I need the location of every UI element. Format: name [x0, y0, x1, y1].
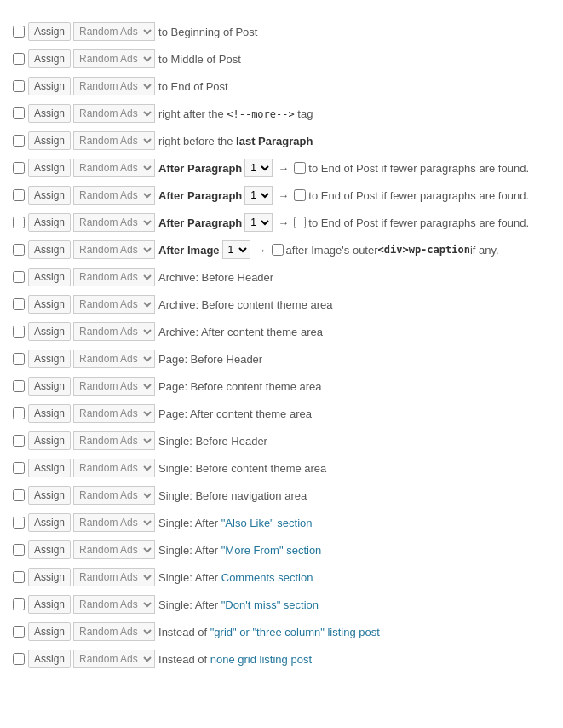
fallback-checkbox[interactable]: [272, 244, 284, 256]
ad-dropdown[interactable]: Random Ads: [73, 513, 155, 532]
ad-dropdown[interactable]: Random Ads: [73, 650, 155, 668]
row-checkbox[interactable]: [13, 244, 25, 256]
arrow-icon: →: [278, 189, 289, 202]
assign-button[interactable]: Assign: [28, 322, 71, 341]
row-checkbox[interactable]: [13, 26, 25, 38]
code-snippet: <!--more-->: [227, 108, 294, 120]
ad-dropdown[interactable]: Random Ads: [73, 49, 155, 68]
assign-button[interactable]: Assign: [28, 595, 71, 614]
ad-dropdown[interactable]: Random Ads: [73, 350, 155, 368]
assign-button[interactable]: Assign: [28, 568, 71, 586]
row-label: Single: After "More From" section: [158, 544, 321, 557]
assign-button[interactable]: Assign: [28, 240, 71, 259]
assign-button[interactable]: Assign: [28, 131, 71, 150]
row-checkbox[interactable]: [13, 653, 25, 665]
ad-dropdown[interactable]: Random Ads: [73, 268, 155, 286]
ad-dropdown[interactable]: Random Ads: [73, 77, 155, 95]
ad-dropdown[interactable]: Random Ads: [73, 240, 155, 259]
after-paragraph-group: After Paragraph 1→ to End of Post if few…: [158, 186, 529, 205]
row-label: to End of Post: [158, 80, 228, 93]
table-row: AssignRandom Adsto Middle of Post: [13, 48, 550, 70]
fallback-checkbox[interactable]: [294, 217, 306, 228]
row-checkbox[interactable]: [13, 489, 25, 501]
after-paragraph-group: After Paragraph 1→ to End of Post if few…: [158, 159, 529, 177]
row-label: right before the last Paragraph: [158, 135, 313, 147]
fallback-checkbox[interactable]: [294, 189, 306, 201]
assign-button[interactable]: Assign: [28, 540, 71, 559]
assign-button[interactable]: Assign: [28, 77, 71, 95]
ad-dropdown[interactable]: Random Ads: [73, 295, 155, 314]
ad-dropdown[interactable]: Random Ads: [73, 459, 155, 477]
assign-button[interactable]: Assign: [28, 268, 71, 286]
assign-button[interactable]: Assign: [28, 159, 71, 177]
table-row: AssignRandom Adsto Beginning of Post: [13, 20, 550, 43]
row-checkbox[interactable]: [13, 271, 25, 283]
row-checkbox[interactable]: [13, 544, 25, 556]
row-checkbox[interactable]: [13, 380, 25, 392]
section-link[interactable]: "grid" or "three column" listing post: [210, 626, 380, 638]
assign-button[interactable]: Assign: [28, 49, 71, 68]
ad-dropdown[interactable]: Random Ads: [73, 622, 155, 641]
assign-button[interactable]: Assign: [28, 22, 71, 41]
assign-button[interactable]: Assign: [28, 350, 71, 368]
ad-dropdown[interactable]: Random Ads: [73, 540, 155, 559]
ad-dropdown[interactable]: Random Ads: [73, 431, 155, 450]
paragraph-number-select[interactable]: 1: [244, 213, 273, 232]
assign-button[interactable]: Assign: [28, 431, 71, 450]
row-checkbox[interactable]: [13, 353, 25, 365]
assign-button[interactable]: Assign: [28, 377, 71, 396]
table-row: AssignRandom AdsSingle: After "More From…: [13, 539, 550, 561]
ad-dropdown[interactable]: Random Ads: [73, 104, 155, 123]
section-link[interactable]: "More From" section: [221, 544, 322, 557]
assign-button[interactable]: Assign: [28, 213, 71, 232]
row-checkbox[interactable]: [13, 53, 25, 65]
row-checkbox[interactable]: [13, 571, 25, 583]
ad-dropdown[interactable]: Random Ads: [73, 159, 155, 177]
table-row: AssignRandom AdsPage: After content them…: [13, 402, 550, 425]
row-checkbox[interactable]: [13, 217, 25, 228]
assign-button[interactable]: Assign: [28, 104, 71, 123]
row-checkbox[interactable]: [13, 626, 25, 638]
assign-button[interactable]: Assign: [28, 622, 71, 641]
row-checkbox[interactable]: [13, 462, 25, 474]
paragraph-number-select[interactable]: 1: [244, 186, 273, 205]
row-checkbox[interactable]: [13, 598, 25, 610]
paragraph-number-select[interactable]: 1: [244, 159, 273, 177]
ad-dropdown[interactable]: Random Ads: [73, 22, 155, 41]
assign-button[interactable]: Assign: [28, 295, 71, 314]
ad-dropdown[interactable]: Random Ads: [73, 186, 155, 205]
row-checkbox[interactable]: [13, 407, 25, 419]
row-checkbox[interactable]: [13, 517, 25, 529]
section-link[interactable]: "Don't miss" section: [221, 598, 319, 611]
section-link[interactable]: none grid listing post: [210, 653, 312, 666]
image-number-select[interactable]: 1: [222, 240, 250, 259]
section-link[interactable]: Comments section: [221, 571, 313, 584]
row-label: to Middle of Post: [158, 53, 241, 66]
section-link[interactable]: "Also Like" section: [221, 517, 313, 529]
assign-button[interactable]: Assign: [28, 186, 71, 205]
ad-dropdown[interactable]: Random Ads: [73, 213, 155, 232]
row-checkbox[interactable]: [13, 80, 25, 92]
row-checkbox[interactable]: [13, 189, 25, 201]
ad-dropdown[interactable]: Random Ads: [73, 131, 155, 150]
row-checkbox[interactable]: [13, 298, 25, 310]
ad-dropdown[interactable]: Random Ads: [73, 377, 155, 396]
ad-dropdown[interactable]: Random Ads: [73, 404, 155, 423]
row-checkbox[interactable]: [13, 326, 25, 338]
fallback-checkbox[interactable]: [294, 162, 306, 174]
assign-button[interactable]: Assign: [28, 513, 71, 532]
assign-button[interactable]: Assign: [28, 650, 71, 668]
row-label: Single: Before content theme area: [158, 462, 326, 475]
assign-button[interactable]: Assign: [28, 404, 71, 423]
ad-dropdown[interactable]: Random Ads: [73, 595, 155, 614]
ad-dropdown[interactable]: Random Ads: [73, 486, 155, 505]
assign-button[interactable]: Assign: [28, 459, 71, 477]
ad-dropdown[interactable]: Random Ads: [73, 568, 155, 586]
table-row: AssignRandom AdsAfter Paragraph 1→ to En…: [13, 157, 550, 179]
row-checkbox[interactable]: [13, 135, 25, 147]
assign-button[interactable]: Assign: [28, 486, 71, 505]
row-checkbox[interactable]: [13, 107, 25, 119]
row-checkbox[interactable]: [13, 162, 25, 174]
row-checkbox[interactable]: [13, 435, 25, 447]
ad-dropdown[interactable]: Random Ads: [73, 322, 155, 341]
